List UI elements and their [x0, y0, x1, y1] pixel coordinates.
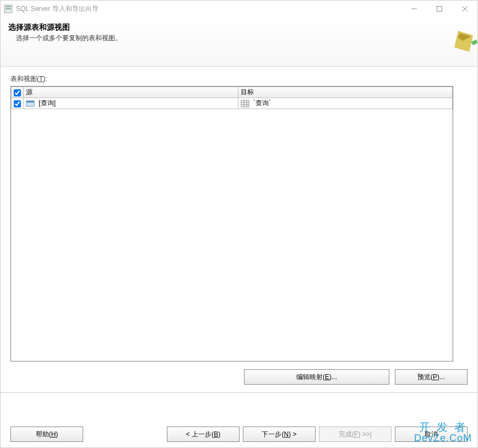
back-button[interactable]: < 上一步(B): [167, 427, 240, 442]
tables-grid[interactable]: 源 目标 [查询]: [10, 86, 453, 361]
select-all-header[interactable]: [12, 87, 24, 98]
maximize-button[interactable]: [427, 1, 452, 17]
svg-rect-11: [26, 101, 34, 102]
row-checkbox[interactable]: [14, 100, 21, 107]
tables-views-label: 表和视图(T):: [10, 74, 468, 84]
wizard-header: 选择源表和源视图 选择一个或多个要复制的表和视图。: [1, 17, 477, 67]
next-button[interactable]: 下一步(N) >: [243, 427, 316, 442]
table-icon: [241, 99, 249, 108]
page-title: 选择源表和源视图: [8, 23, 470, 33]
window-title: SQL Server 导入和导出向导: [16, 4, 401, 14]
app-icon: [4, 4, 13, 13]
select-all-checkbox[interactable]: [14, 89, 21, 96]
column-header-target[interactable]: 目标: [238, 87, 453, 98]
wizard-footer: 帮助(H) < 上一步(B) 下一步(N) > 完成(F) >>| 取消: [10, 427, 468, 442]
divider: [1, 392, 477, 393]
minimize-button[interactable]: [401, 1, 427, 17]
content-area: 表和视图(T): 源 目标 [查询]: [1, 67, 477, 361]
edit-mappings-button[interactable]: 编辑映射(E)...: [244, 369, 389, 385]
column-header-source[interactable]: 源: [24, 87, 238, 98]
close-button[interactable]: [452, 1, 477, 17]
table-row[interactable]: [查询] `查询`: [12, 98, 453, 109]
source-cell: [查询]: [39, 99, 56, 107]
query-icon: [26, 99, 35, 108]
preview-button[interactable]: 预览(P)...: [395, 369, 468, 385]
help-button[interactable]: 帮助(H): [10, 427, 83, 442]
svg-rect-1: [6, 6, 11, 7]
finish-button[interactable]: 完成(F) >>|: [319, 427, 392, 442]
svg-marker-7: [454, 31, 473, 52]
svg-marker-9: [471, 40, 477, 45]
svg-rect-12: [241, 100, 249, 107]
window-controls: [401, 1, 477, 17]
titlebar: SQL Server 导入和导出向导: [1, 1, 477, 17]
wizard-header-icon: [444, 25, 477, 58]
action-row: 编辑映射(E)... 预览(P)...: [10, 369, 468, 385]
page-description: 选择一个或多个要复制的表和视图。: [16, 34, 470, 43]
target-cell: `查询`: [253, 99, 271, 107]
cancel-button[interactable]: 取消: [395, 427, 468, 442]
svg-rect-4: [437, 7, 442, 12]
svg-rect-2: [6, 8, 11, 9]
